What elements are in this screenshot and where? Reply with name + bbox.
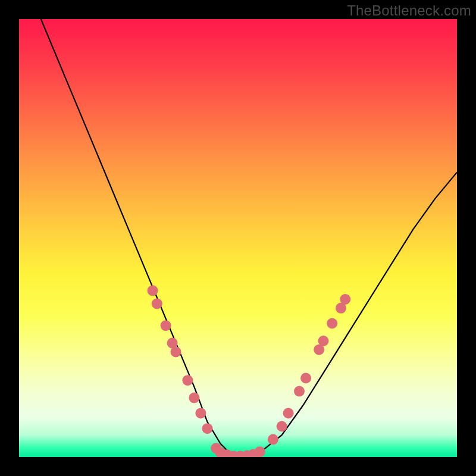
- data-point-marker: [283, 408, 294, 418]
- curve-layer: [19, 19, 457, 457]
- data-point-marker: [182, 375, 193, 386]
- data-point-marker: [171, 346, 181, 357]
- chart-frame: TheBottleneck.com: [0, 0, 476, 476]
- data-point-marker: [195, 408, 206, 418]
- data-point-marker: [294, 386, 305, 397]
- data-point-marker: [152, 298, 162, 309]
- data-point-marker: [255, 446, 265, 457]
- plot-area: [19, 19, 457, 457]
- data-point-marker: [327, 318, 337, 329]
- watermark-text: TheBottleneck.com: [347, 2, 471, 19]
- data-point-marker: [268, 434, 278, 445]
- bottleneck-curve: [41, 19, 457, 457]
- data-point-marker: [202, 423, 213, 434]
- data-point-marker: [148, 285, 158, 296]
- data-point-marker: [300, 373, 311, 384]
- data-point-marker: [318, 336, 329, 346]
- data-point-marker: [340, 294, 350, 305]
- data-point-marker: [277, 421, 287, 432]
- data-point-marker: [189, 393, 199, 403]
- data-point-marker: [161, 320, 171, 331]
